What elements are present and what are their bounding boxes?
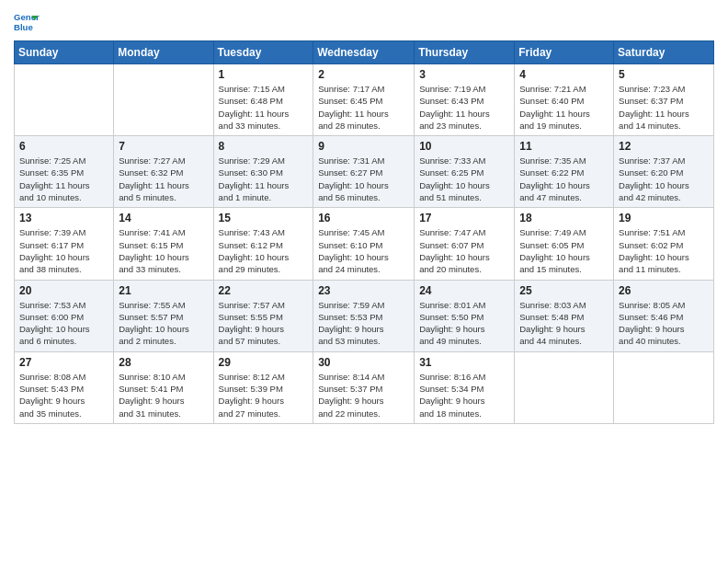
day-number: 13 — [19, 212, 108, 224]
calendar-cell: 19Sunrise: 7:51 AM Sunset: 6:02 PM Dayli… — [614, 208, 714, 280]
calendar-cell: 12Sunrise: 7:37 AM Sunset: 6:20 PM Dayli… — [614, 136, 714, 208]
day-info: Sunrise: 8:03 AM Sunset: 5:48 PM Dayligh… — [519, 299, 609, 348]
day-number: 23 — [318, 284, 409, 297]
day-info: Sunrise: 7:39 AM Sunset: 6:17 PM Dayligh… — [19, 226, 108, 275]
day-info: Sunrise: 8:10 AM Sunset: 5:41 PM Dayligh… — [119, 371, 208, 419]
day-number: 6 — [19, 140, 108, 153]
day-info: Sunrise: 8:01 AM Sunset: 5:50 PM Dayligh… — [419, 299, 509, 348]
day-info: Sunrise: 7:55 AM Sunset: 5:57 PM Dayligh… — [119, 299, 208, 348]
calendar-cell: 21Sunrise: 7:55 AM Sunset: 5:57 PM Dayli… — [114, 280, 213, 351]
day-number: 24 — [419, 284, 509, 297]
week-row-4: 20Sunrise: 7:53 AM Sunset: 6:00 PM Dayli… — [15, 280, 714, 351]
calendar-cell — [515, 351, 614, 423]
day-number: 12 — [619, 140, 709, 153]
calendar-cell: 18Sunrise: 7:49 AM Sunset: 6:05 PM Dayli… — [515, 208, 614, 280]
calendar-cell: 26Sunrise: 8:05 AM Sunset: 5:46 PM Dayli… — [614, 280, 714, 351]
day-info: Sunrise: 7:53 AM Sunset: 6:00 PM Dayligh… — [19, 299, 108, 348]
calendar-cell: 17Sunrise: 7:47 AM Sunset: 6:07 PM Dayli… — [415, 208, 515, 280]
week-row-1: 1Sunrise: 7:15 AM Sunset: 6:48 PM Daylig… — [15, 64, 714, 136]
calendar-cell — [15, 64, 114, 136]
calendar-cell: 10Sunrise: 7:33 AM Sunset: 6:25 PM Dayli… — [415, 136, 515, 208]
day-number: 11 — [519, 140, 609, 153]
day-info: Sunrise: 7:51 AM Sunset: 6:02 PM Dayligh… — [619, 226, 709, 275]
weekday-header-wednesday: Wednesday — [313, 41, 415, 64]
day-number: 8 — [219, 140, 309, 153]
calendar-cell: 22Sunrise: 7:57 AM Sunset: 5:55 PM Dayli… — [213, 280, 313, 351]
day-info: Sunrise: 8:08 AM Sunset: 5:43 PM Dayligh… — [19, 371, 108, 419]
calendar-cell: 6Sunrise: 7:25 AM Sunset: 6:35 PM Daylig… — [15, 136, 114, 208]
day-number: 2 — [318, 68, 409, 81]
calendar-cell: 4Sunrise: 7:21 AM Sunset: 6:40 PM Daylig… — [515, 64, 614, 136]
weekday-header-row: SundayMondayTuesdayWednesdayThursdayFrid… — [15, 41, 714, 64]
day-info: Sunrise: 7:41 AM Sunset: 6:15 PM Dayligh… — [119, 226, 208, 275]
weekday-header-tuesday: Tuesday — [213, 41, 313, 64]
svg-text:Blue: Blue — [14, 22, 33, 32]
logo: General Blue — [14, 9, 40, 35]
logo-icon: General Blue — [14, 9, 40, 35]
day-info: Sunrise: 7:35 AM Sunset: 6:22 PM Dayligh… — [519, 155, 609, 203]
day-number: 4 — [519, 68, 609, 81]
calendar-cell: 11Sunrise: 7:35 AM Sunset: 6:22 PM Dayli… — [515, 136, 614, 208]
day-number: 9 — [318, 140, 409, 153]
day-info: Sunrise: 7:47 AM Sunset: 6:07 PM Dayligh… — [419, 226, 509, 275]
header: General Blue — [14, 9, 714, 35]
day-number: 30 — [318, 356, 409, 369]
day-info: Sunrise: 7:17 AM Sunset: 6:45 PM Dayligh… — [318, 83, 409, 132]
calendar-cell: 28Sunrise: 8:10 AM Sunset: 5:41 PM Dayli… — [114, 351, 213, 423]
day-number: 27 — [19, 356, 108, 369]
day-number: 25 — [519, 284, 609, 297]
day-number: 22 — [219, 284, 309, 297]
day-number: 28 — [119, 356, 208, 369]
day-info: Sunrise: 7:21 AM Sunset: 6:40 PM Dayligh… — [519, 83, 609, 132]
day-number: 31 — [419, 356, 509, 369]
day-info: Sunrise: 7:57 AM Sunset: 5:55 PM Dayligh… — [219, 299, 309, 348]
day-number: 26 — [619, 284, 709, 297]
day-info: Sunrise: 8:05 AM Sunset: 5:46 PM Dayligh… — [619, 299, 709, 348]
day-info: Sunrise: 7:43 AM Sunset: 6:12 PM Dayligh… — [219, 226, 309, 275]
day-info: Sunrise: 7:23 AM Sunset: 6:37 PM Dayligh… — [619, 83, 709, 132]
day-number: 17 — [419, 212, 509, 224]
weekday-header-monday: Monday — [114, 41, 213, 64]
day-info: Sunrise: 7:33 AM Sunset: 6:25 PM Dayligh… — [419, 155, 509, 203]
calendar-cell: 7Sunrise: 7:27 AM Sunset: 6:32 PM Daylig… — [114, 136, 213, 208]
day-number: 18 — [519, 212, 609, 224]
calendar-cell: 29Sunrise: 8:12 AM Sunset: 5:39 PM Dayli… — [213, 351, 313, 423]
calendar-cell: 23Sunrise: 7:59 AM Sunset: 5:53 PM Dayli… — [313, 280, 415, 351]
weekday-header-friday: Friday — [515, 41, 614, 64]
calendar-cell — [614, 351, 714, 423]
week-row-2: 6Sunrise: 7:25 AM Sunset: 6:35 PM Daylig… — [15, 136, 714, 208]
day-info: Sunrise: 7:49 AM Sunset: 6:05 PM Dayligh… — [519, 226, 609, 275]
calendar-cell: 20Sunrise: 7:53 AM Sunset: 6:00 PM Dayli… — [15, 280, 114, 351]
calendar-cell: 3Sunrise: 7:19 AM Sunset: 6:43 PM Daylig… — [415, 64, 515, 136]
day-number: 20 — [19, 284, 108, 297]
calendar-cell: 31Sunrise: 8:16 AM Sunset: 5:34 PM Dayli… — [415, 351, 515, 423]
day-number: 21 — [119, 284, 208, 297]
day-number: 5 — [619, 68, 709, 81]
day-info: Sunrise: 7:45 AM Sunset: 6:10 PM Dayligh… — [318, 226, 409, 275]
calendar-cell: 27Sunrise: 8:08 AM Sunset: 5:43 PM Dayli… — [15, 351, 114, 423]
day-info: Sunrise: 8:16 AM Sunset: 5:34 PM Dayligh… — [419, 371, 509, 419]
day-info: Sunrise: 8:12 AM Sunset: 5:39 PM Dayligh… — [219, 371, 309, 419]
calendar-cell: 8Sunrise: 7:29 AM Sunset: 6:30 PM Daylig… — [213, 136, 313, 208]
calendar-cell: 9Sunrise: 7:31 AM Sunset: 6:27 PM Daylig… — [313, 136, 415, 208]
day-info: Sunrise: 8:14 AM Sunset: 5:37 PM Dayligh… — [318, 371, 409, 419]
day-number: 29 — [219, 356, 309, 369]
day-number: 1 — [219, 68, 309, 81]
calendar-table: SundayMondayTuesdayWednesdayThursdayFrid… — [14, 40, 714, 424]
week-row-5: 27Sunrise: 8:08 AM Sunset: 5:43 PM Dayli… — [15, 351, 714, 423]
day-info: Sunrise: 7:15 AM Sunset: 6:48 PM Dayligh… — [219, 83, 309, 132]
day-info: Sunrise: 7:31 AM Sunset: 6:27 PM Dayligh… — [318, 155, 409, 203]
calendar-cell: 16Sunrise: 7:45 AM Sunset: 6:10 PM Dayli… — [313, 208, 415, 280]
calendar-cell: 2Sunrise: 7:17 AM Sunset: 6:45 PM Daylig… — [313, 64, 415, 136]
page: General Blue SundayMondayTuesdayWednesda… — [0, 0, 728, 563]
calendar-cell: 13Sunrise: 7:39 AM Sunset: 6:17 PM Dayli… — [15, 208, 114, 280]
day-number: 15 — [219, 212, 309, 224]
weekday-header-sunday: Sunday — [15, 41, 114, 64]
day-number: 16 — [318, 212, 409, 224]
calendar-cell: 30Sunrise: 8:14 AM Sunset: 5:37 PM Dayli… — [313, 351, 415, 423]
weekday-header-saturday: Saturday — [614, 41, 714, 64]
week-row-3: 13Sunrise: 7:39 AM Sunset: 6:17 PM Dayli… — [15, 208, 714, 280]
day-number: 19 — [619, 212, 709, 224]
day-info: Sunrise: 7:37 AM Sunset: 6:20 PM Dayligh… — [619, 155, 709, 203]
calendar-cell: 25Sunrise: 8:03 AM Sunset: 5:48 PM Dayli… — [515, 280, 614, 351]
